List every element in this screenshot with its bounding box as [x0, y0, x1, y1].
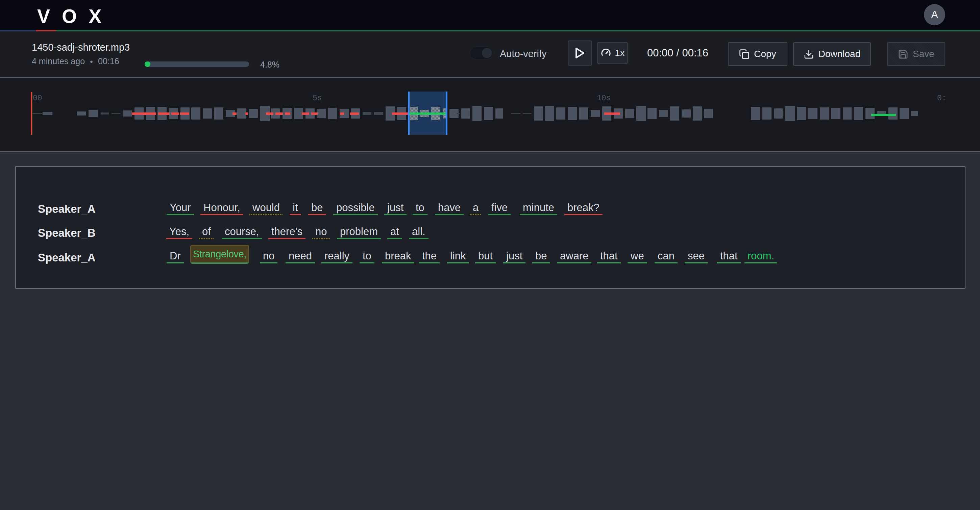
svg-text:00: 00 [33, 94, 42, 103]
svg-text:0:: 0: [937, 94, 947, 103]
svg-text:5s: 5s [313, 94, 322, 103]
svg-text:10s: 10s [597, 94, 611, 103]
